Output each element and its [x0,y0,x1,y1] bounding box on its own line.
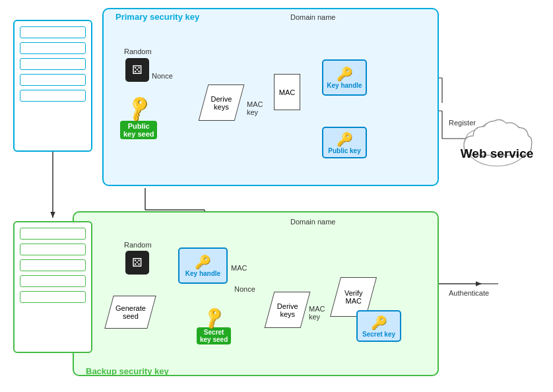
backup-domain-name-label: Domain name [290,218,335,226]
backup-key-handle: 🔑 Key handle [178,247,228,284]
public-key-icon: 🔑 [337,131,353,147]
public-key-seed-icon: 🔑 [123,93,154,123]
secret-key-label: Secret key [362,331,395,338]
primary-mac-key-label: MACkey [247,100,263,116]
backup-derive-keys-text: Derivekeys [277,302,298,318]
web-service-cloud: Web service [454,106,540,172]
primary-key-handle: 🔑 Key handle [322,59,367,96]
backup-label: Backup security key [86,366,169,376]
backup-nonce-label: Nonce [234,285,255,293]
device-backup-row4 [20,275,86,287]
primary-dice: ⚄ [125,58,149,82]
primary-device [13,20,92,152]
secret-key-icon: 🔑 [371,315,387,331]
backup-security-key-box [73,211,439,376]
primary-domain-name-label: Domain name [290,13,335,21]
cloud-svg [454,106,540,172]
key-handle-label: Key handle [327,82,362,89]
backup-random-label: Random [124,241,152,249]
primary-public-key: 🔑 Public key [322,127,367,158]
device-backup-row5 [20,291,86,303]
backup-mac-label: MAC [231,264,247,272]
backup-verify-mac-text: VerifyMAC [344,289,363,305]
backup-mac-key-label: MACkey [309,305,325,321]
public-key-seed-container: 🔑 Publickey seed [120,98,157,139]
primary-nonce-label: Nonce [152,72,173,80]
public-key-label: Public key [328,147,360,154]
primary-random-label: Random [124,48,152,55]
public-key-seed-label: Publickey seed [120,121,157,139]
backup-key-handle-icon: 🔑 [195,254,211,270]
device-backup-row3 [20,259,86,271]
device-primary-row3 [20,58,86,70]
device-primary-row1 [20,26,86,38]
key-handle-icon: 🔑 [337,66,353,82]
secret-key-seed-container: 🔑 Secretkey seed [197,309,231,344]
backup-key-handle-label: Key handle [185,270,220,277]
primary-security-key-box [102,8,439,186]
device-primary-row2 [20,42,86,54]
primary-mac-block: MAC [274,74,300,110]
backup-device [13,221,92,353]
device-primary-row4 [20,74,86,86]
authenticate-label: Authenticate [449,289,489,297]
web-service-label: Web service [454,147,540,162]
backup-generate-seed: Generateseed [104,296,156,329]
backup-generate-seed-text: Generateseed [115,304,146,320]
backup-dice: ⚄ [125,251,149,275]
device-primary-row5 [20,90,86,102]
secret-key-seed-label: Secretkey seed [197,327,231,344]
backup-secret-key: 🔑 Secret key [356,310,401,342]
primary-label: Primary security key [115,12,199,22]
device-backup-row2 [20,244,86,255]
device-backup-row1 [20,228,86,240]
